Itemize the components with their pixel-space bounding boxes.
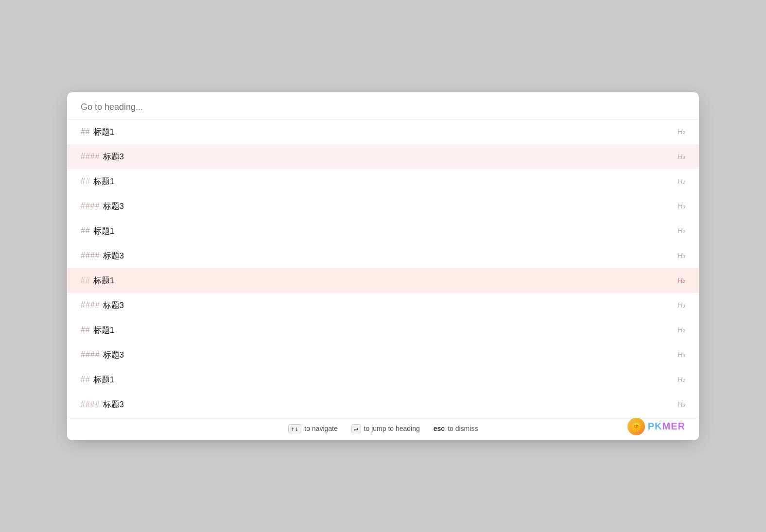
navigate-hint-text: to navigate (304, 425, 338, 432)
dismiss-hint-text: to dismiss (448, 425, 478, 432)
enter-key-kbd: ↵ (351, 424, 361, 433)
hash-marks: ## (81, 177, 90, 186)
hash-marks: ## (81, 326, 90, 334)
pkmer-logo: 🌞 PKMER (627, 418, 685, 435)
heading-text: 标题1 (93, 275, 114, 286)
list-item[interactable]: ##标题1H₂ (67, 169, 699, 194)
heading-left: ####标题3 (81, 399, 124, 410)
heading-level: H₂ (678, 376, 685, 383)
heading-level: H₃ (678, 351, 685, 359)
dismiss-hint: esc to dismiss (434, 425, 478, 432)
heading-level: H₃ (678, 252, 685, 259)
heading-list: ##标题1H₂####标题3H₃##标题1H₂####标题3H₃##标题1H₂#… (67, 120, 699, 417)
heading-level: H₂ (678, 326, 685, 334)
heading-text: 标题1 (93, 374, 114, 385)
list-item[interactable]: ####标题3H₃ (67, 243, 699, 268)
hash-marks: ## (81, 375, 90, 384)
heading-left: ##标题1 (81, 126, 114, 137)
hash-marks: #### (81, 251, 100, 260)
heading-text: 标题1 (93, 225, 114, 237)
heading-text: 标题3 (103, 151, 124, 162)
heading-text: 标题3 (103, 349, 124, 360)
list-item[interactable]: ##标题1H₂ (67, 120, 699, 144)
heading-left: ####标题3 (81, 201, 124, 212)
hash-marks: #### (81, 152, 100, 161)
heading-text: 标题3 (103, 399, 124, 410)
nav-keys-kbd: ↑↓ (288, 424, 302, 433)
list-item[interactable]: ####标题3H₃ (67, 392, 699, 417)
heading-level: H₂ (678, 276, 685, 284)
list-item[interactable]: ##标题1H₂ (67, 268, 699, 293)
heading-text: 标题3 (103, 250, 124, 261)
heading-level: H₃ (678, 301, 685, 309)
footer-bar: ↑↓ to navigate ↵ to jump to heading esc … (67, 417, 699, 440)
heading-left: ##标题1 (81, 374, 114, 385)
search-area (67, 92, 699, 120)
heading-text: 标题1 (93, 126, 114, 137)
hash-marks: ## (81, 276, 90, 285)
hash-marks: #### (81, 400, 100, 409)
hash-marks: #### (81, 350, 100, 359)
heading-level: H₃ (678, 202, 685, 210)
heading-level: H₂ (678, 128, 685, 136)
navigate-hint: ↑↓ to navigate (288, 424, 338, 433)
jump-hint: ↵ to jump to heading (351, 424, 420, 433)
hash-marks: ## (81, 127, 90, 136)
pkmer-icon: 🌞 (627, 418, 645, 435)
heading-navigator-modal: ##标题1H₂####标题3H₃##标题1H₂####标题3H₃##标题1H₂#… (67, 92, 699, 440)
heading-left: ##标题1 (81, 225, 114, 237)
hash-marks: #### (81, 301, 100, 309)
heading-left: ####标题3 (81, 151, 124, 162)
heading-left: ####标题3 (81, 349, 124, 360)
jump-hint-text: to jump to heading (364, 425, 420, 432)
list-item[interactable]: ##标题1H₂ (67, 318, 699, 343)
heading-level: H₂ (678, 177, 685, 185)
heading-left: ####标题3 (81, 300, 124, 311)
heading-text: 标题3 (103, 201, 124, 212)
list-item[interactable]: ####标题3H₃ (67, 293, 699, 318)
list-item[interactable]: ####标题3H₃ (67, 144, 699, 169)
list-item[interactable]: ####标题3H₃ (67, 194, 699, 219)
pkmer-text: PKMER (648, 421, 685, 432)
heading-left: ##标题1 (81, 275, 114, 286)
heading-text: 标题1 (93, 176, 114, 187)
heading-text: 标题3 (103, 300, 124, 311)
heading-left: ####标题3 (81, 250, 124, 261)
list-item[interactable]: ##标题1H₂ (67, 367, 699, 392)
heading-left: ##标题1 (81, 176, 114, 187)
heading-level: H₂ (678, 227, 685, 235)
search-input[interactable] (81, 102, 685, 112)
pkmer-mer: MER (662, 421, 685, 431)
hash-marks: #### (81, 202, 100, 210)
heading-level: H₃ (678, 400, 685, 408)
list-item[interactable]: ##标题1H₂ (67, 219, 699, 243)
heading-level: H₃ (678, 153, 685, 160)
heading-text: 标题1 (93, 325, 114, 336)
esc-key-label: esc (434, 425, 445, 432)
hash-marks: ## (81, 226, 90, 235)
pkmer-pk: PK (648, 421, 662, 431)
modal-overlay[interactable]: ##标题1H₂####标题3H₃##标题1H₂####标题3H₃##标题1H₂#… (0, 0, 766, 532)
list-item[interactable]: ####标题3H₃ (67, 343, 699, 367)
heading-left: ##标题1 (81, 325, 114, 336)
